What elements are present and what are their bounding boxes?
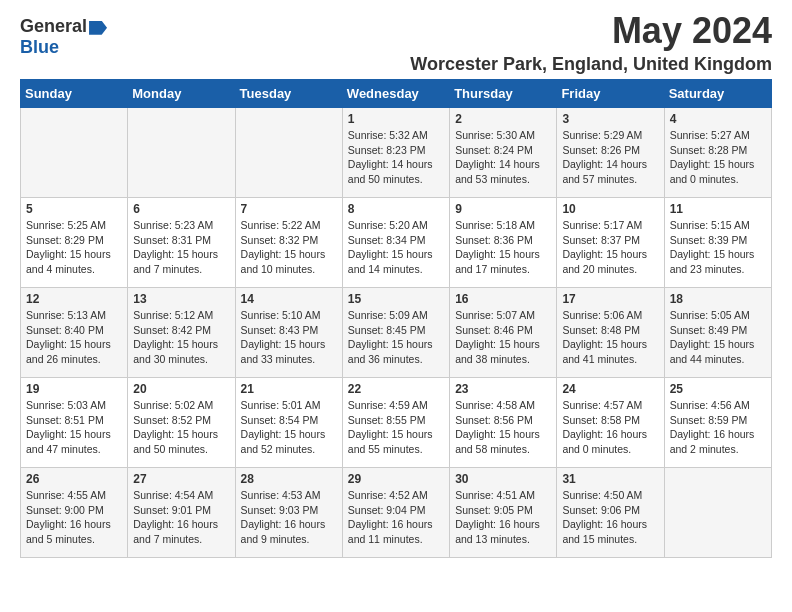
day-number: 7 xyxy=(241,202,337,216)
calendar-cell: 1Sunrise: 5:32 AMSunset: 8:23 PMDaylight… xyxy=(342,108,449,198)
day-number: 28 xyxy=(241,472,337,486)
day-number: 9 xyxy=(455,202,551,216)
header-tuesday: Tuesday xyxy=(235,80,342,108)
calendar-cell xyxy=(664,468,771,558)
day-number: 14 xyxy=(241,292,337,306)
calendar-cell: 20Sunrise: 5:02 AMSunset: 8:52 PMDayligh… xyxy=(128,378,235,468)
day-info: Sunrise: 5:23 AMSunset: 8:31 PMDaylight:… xyxy=(133,218,229,277)
calendar-cell: 12Sunrise: 5:13 AMSunset: 8:40 PMDayligh… xyxy=(21,288,128,378)
calendar-cell: 14Sunrise: 5:10 AMSunset: 8:43 PMDayligh… xyxy=(235,288,342,378)
calendar-cell: 9Sunrise: 5:18 AMSunset: 8:36 PMDaylight… xyxy=(450,198,557,288)
day-info: Sunrise: 5:29 AMSunset: 8:26 PMDaylight:… xyxy=(562,128,658,187)
calendar-cell: 7Sunrise: 5:22 AMSunset: 8:32 PMDaylight… xyxy=(235,198,342,288)
header-saturday: Saturday xyxy=(664,80,771,108)
calendar-cell xyxy=(128,108,235,198)
header-friday: Friday xyxy=(557,80,664,108)
day-number: 5 xyxy=(26,202,122,216)
day-info: Sunrise: 5:02 AMSunset: 8:52 PMDaylight:… xyxy=(133,398,229,457)
logo-arrow-icon xyxy=(89,21,107,35)
day-info: Sunrise: 4:54 AMSunset: 9:01 PMDaylight:… xyxy=(133,488,229,547)
calendar-cell: 17Sunrise: 5:06 AMSunset: 8:48 PMDayligh… xyxy=(557,288,664,378)
header-monday: Monday xyxy=(128,80,235,108)
calendar-cell: 30Sunrise: 4:51 AMSunset: 9:05 PMDayligh… xyxy=(450,468,557,558)
day-info: Sunrise: 5:18 AMSunset: 8:36 PMDaylight:… xyxy=(455,218,551,277)
day-number: 20 xyxy=(133,382,229,396)
title-block: May 2024 Worcester Park, England, United… xyxy=(410,10,772,75)
day-number: 23 xyxy=(455,382,551,396)
day-info: Sunrise: 5:20 AMSunset: 8:34 PMDaylight:… xyxy=(348,218,444,277)
day-number: 30 xyxy=(455,472,551,486)
calendar-cell: 2Sunrise: 5:30 AMSunset: 8:24 PMDaylight… xyxy=(450,108,557,198)
calendar-cell: 31Sunrise: 4:50 AMSunset: 9:06 PMDayligh… xyxy=(557,468,664,558)
calendar-cell: 26Sunrise: 4:55 AMSunset: 9:00 PMDayligh… xyxy=(21,468,128,558)
day-info: Sunrise: 5:05 AMSunset: 8:49 PMDaylight:… xyxy=(670,308,766,367)
calendar-cell: 22Sunrise: 4:59 AMSunset: 8:55 PMDayligh… xyxy=(342,378,449,468)
day-info: Sunrise: 4:52 AMSunset: 9:04 PMDaylight:… xyxy=(348,488,444,547)
logo-general-text: General xyxy=(20,16,87,36)
day-number: 12 xyxy=(26,292,122,306)
calendar-week-row: 5Sunrise: 5:25 AMSunset: 8:29 PMDaylight… xyxy=(21,198,772,288)
calendar-cell xyxy=(235,108,342,198)
day-number: 21 xyxy=(241,382,337,396)
calendar-cell: 23Sunrise: 4:58 AMSunset: 8:56 PMDayligh… xyxy=(450,378,557,468)
calendar-cell: 15Sunrise: 5:09 AMSunset: 8:45 PMDayligh… xyxy=(342,288,449,378)
day-number: 19 xyxy=(26,382,122,396)
day-number: 24 xyxy=(562,382,658,396)
calendar-cell: 11Sunrise: 5:15 AMSunset: 8:39 PMDayligh… xyxy=(664,198,771,288)
logo-blue-text: Blue xyxy=(20,37,59,57)
month-title: May 2024 xyxy=(410,10,772,52)
day-number: 13 xyxy=(133,292,229,306)
calendar-cell: 18Sunrise: 5:05 AMSunset: 8:49 PMDayligh… xyxy=(664,288,771,378)
calendar-week-row: 1Sunrise: 5:32 AMSunset: 8:23 PMDaylight… xyxy=(21,108,772,198)
day-info: Sunrise: 5:22 AMSunset: 8:32 PMDaylight:… xyxy=(241,218,337,277)
day-info: Sunrise: 4:50 AMSunset: 9:06 PMDaylight:… xyxy=(562,488,658,547)
calendar-cell: 28Sunrise: 4:53 AMSunset: 9:03 PMDayligh… xyxy=(235,468,342,558)
day-number: 17 xyxy=(562,292,658,306)
calendar-cell: 16Sunrise: 5:07 AMSunset: 8:46 PMDayligh… xyxy=(450,288,557,378)
day-number: 18 xyxy=(670,292,766,306)
header-wednesday: Wednesday xyxy=(342,80,449,108)
calendar-cell: 25Sunrise: 4:56 AMSunset: 8:59 PMDayligh… xyxy=(664,378,771,468)
logo: General Blue xyxy=(20,16,107,58)
calendar-cell xyxy=(21,108,128,198)
day-info: Sunrise: 5:13 AMSunset: 8:40 PMDaylight:… xyxy=(26,308,122,367)
calendar-cell: 13Sunrise: 5:12 AMSunset: 8:42 PMDayligh… xyxy=(128,288,235,378)
day-info: Sunrise: 5:01 AMSunset: 8:54 PMDaylight:… xyxy=(241,398,337,457)
calendar-cell: 29Sunrise: 4:52 AMSunset: 9:04 PMDayligh… xyxy=(342,468,449,558)
day-info: Sunrise: 5:03 AMSunset: 8:51 PMDaylight:… xyxy=(26,398,122,457)
day-info: Sunrise: 5:32 AMSunset: 8:23 PMDaylight:… xyxy=(348,128,444,187)
calendar-cell: 21Sunrise: 5:01 AMSunset: 8:54 PMDayligh… xyxy=(235,378,342,468)
calendar-week-row: 26Sunrise: 4:55 AMSunset: 9:00 PMDayligh… xyxy=(21,468,772,558)
day-number: 29 xyxy=(348,472,444,486)
calendar-cell: 10Sunrise: 5:17 AMSunset: 8:37 PMDayligh… xyxy=(557,198,664,288)
day-number: 2 xyxy=(455,112,551,126)
day-info: Sunrise: 4:56 AMSunset: 8:59 PMDaylight:… xyxy=(670,398,766,457)
calendar-week-row: 19Sunrise: 5:03 AMSunset: 8:51 PMDayligh… xyxy=(21,378,772,468)
day-info: Sunrise: 5:06 AMSunset: 8:48 PMDaylight:… xyxy=(562,308,658,367)
calendar-cell: 19Sunrise: 5:03 AMSunset: 8:51 PMDayligh… xyxy=(21,378,128,468)
day-number: 15 xyxy=(348,292,444,306)
day-number: 16 xyxy=(455,292,551,306)
calendar-cell: 6Sunrise: 5:23 AMSunset: 8:31 PMDaylight… xyxy=(128,198,235,288)
day-info: Sunrise: 5:09 AMSunset: 8:45 PMDaylight:… xyxy=(348,308,444,367)
day-number: 25 xyxy=(670,382,766,396)
calendar-week-row: 12Sunrise: 5:13 AMSunset: 8:40 PMDayligh… xyxy=(21,288,772,378)
calendar-cell: 4Sunrise: 5:27 AMSunset: 8:28 PMDaylight… xyxy=(664,108,771,198)
header-sunday: Sunday xyxy=(21,80,128,108)
day-number: 10 xyxy=(562,202,658,216)
day-info: Sunrise: 4:57 AMSunset: 8:58 PMDaylight:… xyxy=(562,398,658,457)
day-number: 1 xyxy=(348,112,444,126)
day-info: Sunrise: 4:53 AMSunset: 9:03 PMDaylight:… xyxy=(241,488,337,547)
day-number: 26 xyxy=(26,472,122,486)
day-number: 8 xyxy=(348,202,444,216)
calendar-cell: 24Sunrise: 4:57 AMSunset: 8:58 PMDayligh… xyxy=(557,378,664,468)
day-number: 22 xyxy=(348,382,444,396)
day-number: 27 xyxy=(133,472,229,486)
day-info: Sunrise: 5:12 AMSunset: 8:42 PMDaylight:… xyxy=(133,308,229,367)
calendar-cell: 27Sunrise: 4:54 AMSunset: 9:01 PMDayligh… xyxy=(128,468,235,558)
day-number: 31 xyxy=(562,472,658,486)
header-thursday: Thursday xyxy=(450,80,557,108)
calendar-cell: 8Sunrise: 5:20 AMSunset: 8:34 PMDaylight… xyxy=(342,198,449,288)
day-info: Sunrise: 4:55 AMSunset: 9:00 PMDaylight:… xyxy=(26,488,122,547)
day-info: Sunrise: 4:51 AMSunset: 9:05 PMDaylight:… xyxy=(455,488,551,547)
